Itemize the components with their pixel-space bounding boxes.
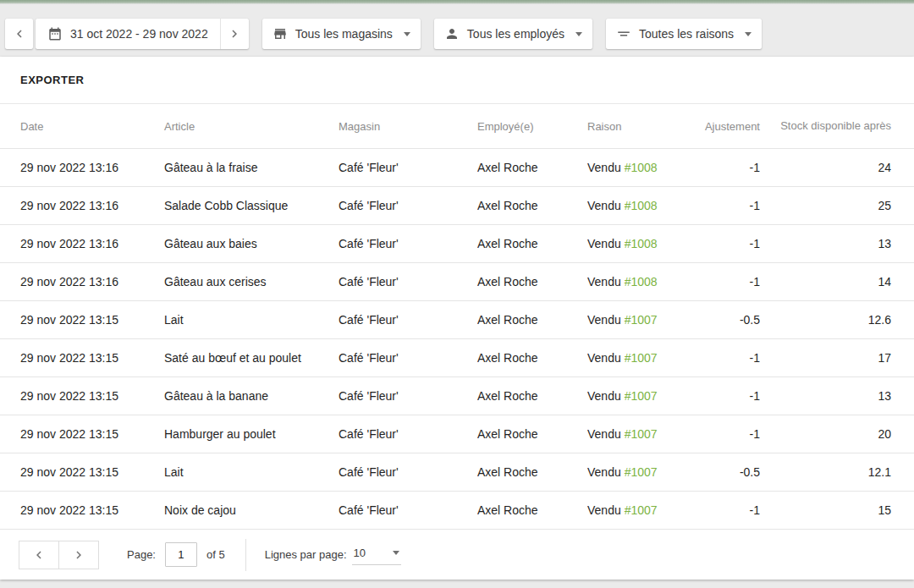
cell-ajustement: -1 (697, 237, 760, 250)
date-range-button[interactable]: 31 oct 2022 - 29 nov 2022 (36, 19, 220, 49)
table-row[interactable]: 29 nov 2022 13:15 Noix de cajou Café 'Fl… (0, 491, 914, 529)
cell-date: 29 nov 2022 13:16 (20, 161, 164, 174)
calendar-icon (47, 26, 63, 41)
receipt-link[interactable]: #1007 (625, 351, 658, 365)
person-icon (444, 26, 460, 41)
next-period-button[interactable] (220, 19, 249, 49)
table-row[interactable]: 29 nov 2022 13:16 Gâteau aux baies Café … (0, 224, 914, 262)
rows-per-page-value: 10 (354, 547, 366, 559)
cell-date: 29 nov 2022 13:15 (20, 351, 164, 365)
header-raison: Raison (587, 120, 697, 133)
cell-stock: 15 (760, 503, 891, 517)
cell-stock: 20 (760, 427, 891, 441)
reasons-filter-dropdown[interactable]: Toutes les raisons (606, 19, 762, 49)
chevron-left-icon (31, 547, 47, 563)
employees-filter-label: Tous les employés (467, 27, 564, 41)
cell-magasin: Café 'Fleur' (339, 275, 477, 289)
date-range-group: 31 oct 2022 - 29 nov 2022 (36, 19, 249, 49)
cell-ajustement: -1 (697, 199, 760, 212)
table-row[interactable]: 29 nov 2022 13:15 Lait Café 'Fleur' Axel… (0, 300, 914, 338)
cell-employe: Axel Roche (477, 199, 587, 212)
raison-label: Vendu (587, 199, 621, 212)
receipt-link[interactable]: #1007 (625, 313, 658, 327)
cell-ajustement: -1 (697, 427, 760, 441)
export-button[interactable]: EXPORTER (20, 74, 85, 86)
previous-period-button[interactable] (5, 19, 33, 49)
receipt-link[interactable]: #1007 (625, 427, 658, 441)
header-magasin: Magasin (339, 120, 477, 133)
cell-ajustement: -0.5 (697, 465, 760, 479)
raison-label: Vendu (587, 427, 621, 441)
table-row[interactable]: 29 nov 2022 13:15 Gâteau à la banane Caf… (0, 376, 914, 415)
header-article: Article (164, 120, 339, 133)
cell-raison: Vendu#1007 (587, 503, 697, 517)
cell-raison: Vendu#1008 (587, 161, 697, 174)
table-row[interactable]: 29 nov 2022 13:16 Salade Cobb Classique … (0, 186, 914, 224)
receipt-link[interactable]: #1008 (625, 199, 658, 212)
header-employe: Employé(e) (477, 120, 587, 133)
stores-filter-dropdown[interactable]: Tous les magasins (262, 19, 421, 49)
store-icon (273, 26, 288, 41)
cell-stock: 25 (760, 199, 891, 212)
employees-filter-dropdown[interactable]: Tous les employés (434, 19, 592, 49)
cell-article: Gâteau à la banane (164, 389, 339, 403)
receipt-link[interactable]: #1008 (625, 237, 658, 250)
cell-stock: 12.6 (760, 313, 891, 327)
cell-employe: Axel Roche (477, 161, 587, 174)
cell-magasin: Café 'Fleur' (339, 313, 477, 327)
table-row[interactable]: 29 nov 2022 13:16 Gâteau aux cerises Caf… (0, 262, 914, 300)
table-row[interactable]: 29 nov 2022 13:15 Lait Café 'Fleur' Axel… (0, 453, 914, 491)
header-stock-disponible: Stock disponible après (760, 119, 891, 133)
next-page-button[interactable] (58, 541, 99, 569)
cell-article: Hamburger au poulet (164, 427, 339, 441)
cell-raison: Vendu#1008 (587, 199, 697, 212)
reasons-filter-label: Toutes les raisons (639, 27, 734, 41)
stores-filter-label: Tous les magasins (295, 27, 393, 41)
receipt-link[interactable]: #1007 (625, 465, 658, 479)
cell-raison: Vendu#1008 (587, 275, 697, 289)
cell-magasin: Café 'Fleur' (339, 199, 477, 212)
cell-ajustement: -1 (697, 503, 760, 517)
filters-toolbar: 31 oct 2022 - 29 nov 2022 Tous les magas… (0, 4, 914, 57)
date-range-label: 31 oct 2022 - 29 nov 2022 (70, 27, 208, 41)
cell-employe: Axel Roche (477, 351, 587, 365)
cell-stock: 13 (760, 237, 891, 250)
cell-raison: Vendu#1007 (587, 313, 697, 327)
previous-page-button[interactable] (19, 541, 59, 569)
table-row[interactable]: 29 nov 2022 13:15 Hamburger au poulet Ca… (0, 415, 914, 453)
chevron-right-icon (71, 547, 86, 563)
raison-label: Vendu (587, 237, 621, 250)
cell-magasin: Café 'Fleur' (339, 503, 477, 517)
caret-down-icon (745, 32, 752, 36)
cell-employe: Axel Roche (477, 313, 587, 327)
table-header-row: Date Article Magasin Employé(e) Raison A… (0, 103, 914, 148)
table-row[interactable]: 29 nov 2022 13:15 Saté au bœuf et au pou… (0, 338, 914, 376)
caret-down-icon (404, 32, 410, 36)
cell-stock: 12.1 (760, 465, 891, 479)
cell-raison: Vendu#1007 (587, 351, 697, 365)
receipt-link[interactable]: #1007 (625, 503, 658, 517)
cell-date: 29 nov 2022 13:16 (20, 275, 164, 289)
raison-label: Vendu (587, 503, 621, 517)
cell-date: 29 nov 2022 13:15 (20, 465, 164, 479)
table-body: 29 nov 2022 13:16 Gâteau à la fraise Caf… (0, 148, 914, 529)
filter-icon (616, 26, 631, 41)
cell-date: 29 nov 2022 13:15 (20, 427, 164, 441)
raison-label: Vendu (587, 161, 621, 174)
page-count-label: of 5 (206, 548, 225, 561)
rows-per-page-select[interactable]: 10 (352, 544, 401, 565)
header-ajustement: Ajustement (697, 120, 760, 133)
page-number-input[interactable] (165, 542, 197, 567)
caret-down-icon (393, 551, 399, 555)
cell-article: Lait (164, 465, 339, 479)
table-row[interactable]: 29 nov 2022 13:16 Gâteau à la fraise Caf… (0, 148, 914, 186)
cell-raison: Vendu#1008 (587, 237, 697, 250)
cell-article: Noix de cajou (164, 503, 339, 517)
adjustments-history-card: EXPORTER Date Article Magasin Employé(e)… (0, 57, 914, 580)
receipt-link[interactable]: #1008 (625, 275, 658, 289)
pager-buttons (19, 541, 99, 569)
receipt-link[interactable]: #1007 (625, 389, 658, 403)
receipt-link[interactable]: #1008 (625, 161, 658, 174)
date-range-controls: 31 oct 2022 - 29 nov 2022 (5, 19, 249, 49)
pagination-footer: Page: of 5 Lignes par page: 10 (0, 529, 914, 580)
